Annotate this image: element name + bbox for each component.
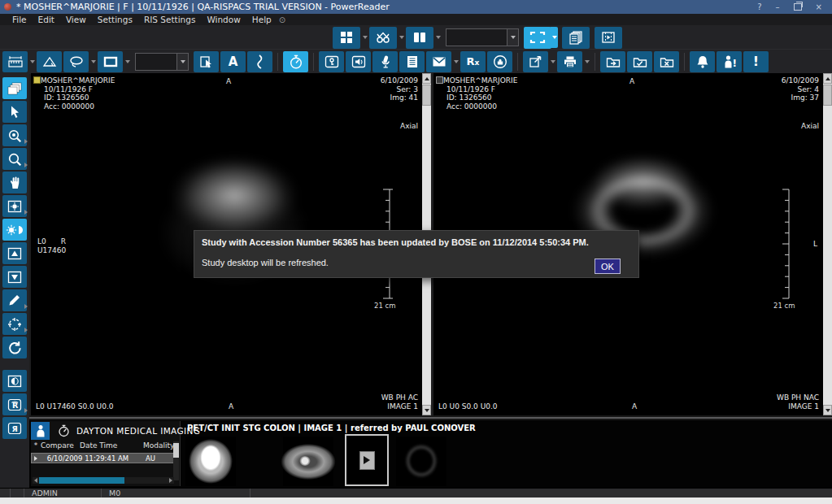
- compare-documents-dropdown[interactable]: [434, 27, 442, 48]
- fit-to-window-dropdown[interactable]: [551, 27, 558, 48]
- preset-combo-dropdown[interactable]: [176, 54, 188, 70]
- study-list-vscrollbar[interactable]: [173, 441, 179, 480]
- scroll-thumb[interactable]: [823, 85, 832, 106]
- freehand-roi-dropdown[interactable]: [89, 51, 97, 72]
- restore-button[interactable]: [794, 3, 802, 11]
- study-info-right: 6/10/2009 Ser: 4 Img: 37 Axial: [782, 76, 819, 130]
- report-view-button[interactable]: [399, 51, 425, 72]
- send-email-button[interactable]: [426, 51, 451, 72]
- audio-note-button[interactable]: [346, 51, 371, 72]
- print-dropdown[interactable]: [583, 51, 590, 72]
- flip-horizontal-button[interactable]: Я: [2, 417, 27, 439]
- measure-ruler-button[interactable]: [2, 51, 28, 72]
- zoom-button[interactable]: [2, 148, 27, 170]
- fit-to-window-button[interactable]: [524, 27, 551, 49]
- dictation-mic-button[interactable]: [372, 51, 398, 72]
- export-image-button[interactable]: [523, 51, 548, 72]
- scout-page-button[interactable]: [194, 51, 219, 72]
- play-icon[interactable]: [359, 451, 375, 470]
- series-stack-button[interactable]: [2, 77, 27, 99]
- close-study-folder-button[interactable]: [654, 51, 679, 72]
- print-button[interactable]: [557, 51, 582, 72]
- close-button[interactable]: ×: [816, 3, 822, 11]
- menu-settings[interactable]: Settings: [92, 15, 138, 24]
- magnify-roi-button[interactable]: [2, 124, 27, 146]
- preset-combo[interactable]: [135, 53, 189, 71]
- complete-study-folder-button[interactable]: [627, 51, 652, 72]
- scroll-thumb[interactable]: [173, 443, 179, 458]
- menu-window[interactable]: Window: [201, 15, 246, 24]
- send-email-dropdown[interactable]: [452, 51, 460, 72]
- patient-button[interactable]: [31, 422, 50, 440]
- ok-button[interactable]: OK: [595, 259, 621, 274]
- column-modality[interactable]: Modality: [143, 441, 174, 452]
- menu-file[interactable]: File: [7, 15, 33, 24]
- thumbnail-phantom[interactable]: [185, 437, 236, 486]
- hanging-protocol-button[interactable]: [369, 27, 397, 49]
- rectangle-roi-dropdown[interactable]: [124, 51, 131, 72]
- pointer-select-button[interactable]: [2, 101, 27, 123]
- minimize-button[interactable]: –: [776, 3, 780, 11]
- layout-combo[interactable]: [446, 28, 519, 46]
- layout-combo-dropdown[interactable]: [507, 29, 518, 46]
- layout-toolbar: [0, 25, 832, 49]
- study-table-row[interactable]: 6/10/2009 11:29:41 AM AU: [31, 453, 174, 463]
- compare-documents-button[interactable]: [406, 27, 433, 49]
- help-window-button[interactable]: ?: [757, 3, 761, 11]
- text-annotation-button[interactable]: A: [220, 51, 246, 72]
- column-datetime[interactable]: Date Time: [80, 441, 143, 452]
- wl-lower: L0: [37, 237, 46, 245]
- pan-hand-button[interactable]: [2, 172, 27, 193]
- scroll-down-icon[interactable]: [823, 405, 832, 415]
- series-desc-line1: WB PH NAC: [777, 393, 819, 402]
- open-study-folder-button[interactable]: [600, 51, 625, 72]
- column-compare[interactable]: Compare: [41, 441, 80, 452]
- scroll-thumb[interactable]: [422, 85, 431, 106]
- scroll-left-icon[interactable]: [33, 477, 39, 484]
- patient-alert-button[interactable]: !: [717, 51, 742, 72]
- open-study-folder-icon: [606, 55, 621, 68]
- status-field: M0: [109, 489, 120, 497]
- send-email-icon: [432, 56, 446, 67]
- stopwatch-stat-button[interactable]: [283, 51, 308, 72]
- export-image-dropdown[interactable]: [549, 51, 556, 72]
- previous-image-button[interactable]: [2, 242, 27, 264]
- window-level-button[interactable]: [2, 219, 27, 241]
- stat-priority-button[interactable]: !: [743, 51, 769, 72]
- alarm-bell-button[interactable]: [690, 51, 715, 72]
- menu-edit[interactable]: Edit: [33, 15, 60, 24]
- menu-view[interactable]: View: [60, 15, 92, 24]
- layout-grid-button[interactable]: [333, 27, 360, 49]
- thumbnail-abdomen-ct[interactable]: [283, 437, 333, 486]
- scroll-up-icon[interactable]: [422, 73, 431, 84]
- hanging-protocol-dropdown[interactable]: [398, 27, 405, 48]
- layout-grid-dropdown[interactable]: [361, 27, 368, 48]
- next-image-button[interactable]: [2, 266, 27, 288]
- prescription-button[interactable]: Rx: [460, 51, 486, 72]
- annotate-pen-button[interactable]: [2, 289, 27, 311]
- localizer-crosshair-button[interactable]: [2, 313, 27, 335]
- spine-label-button[interactable]: [247, 51, 272, 72]
- scroll-down-icon[interactable]: [422, 405, 431, 415]
- thumbnail-selected-cine[interactable]: [345, 434, 389, 486]
- menu-help[interactable]: Help: [246, 15, 277, 24]
- window-presets-button[interactable]: [2, 195, 27, 217]
- cine-filmstrip-button[interactable]: [595, 27, 622, 49]
- key-image-button[interactable]: [319, 51, 344, 72]
- rotate-r-button[interactable]: R: [2, 393, 27, 415]
- plugin-button[interactable]: [487, 51, 512, 72]
- scroll-right-icon[interactable]: [168, 477, 174, 484]
- freehand-roi-button[interactable]: [63, 51, 89, 72]
- rectangle-roi-button[interactable]: [98, 51, 123, 72]
- scroll-up-icon[interactable]: [823, 73, 832, 84]
- invert-image-button[interactable]: [2, 370, 27, 392]
- angle-tool-button[interactable]: [37, 51, 62, 72]
- study-list-hscrollbar[interactable]: [33, 477, 174, 484]
- rotate-reset-button[interactable]: [2, 337, 27, 358]
- clipboard-stack-button[interactable]: [562, 27, 590, 49]
- menu-ris-settings[interactable]: RIS Settings: [138, 15, 201, 24]
- scroll-thumb[interactable]: [39, 477, 124, 484]
- measure-ruler-dropdown[interactable]: [28, 51, 36, 72]
- thumbnail-head[interactable]: [396, 437, 446, 486]
- viewport-right-scrollbar[interactable]: [823, 73, 832, 415]
